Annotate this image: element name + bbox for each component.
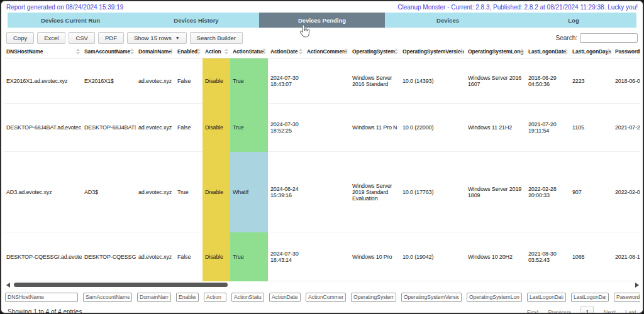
col-header-enabled[interactable]: Enabled [175, 45, 203, 58]
show-rows-dropdown[interactable]: Show 15 rows ▼ [127, 32, 187, 44]
sort-icon [344, 48, 348, 55]
topbar: Report generated on 08/24/2024 15:39:19 … [1, 1, 643, 13]
tab-devices[interactable]: Devices [385, 13, 511, 28]
tab-devices-current-run[interactable]: Devices Current Run [8, 13, 133, 28]
col-header-action[interactable]: Action [203, 45, 230, 58]
tab-log[interactable]: Log [511, 13, 636, 28]
cell-dnshostname: DESKTOP-68J4BAT.ad.evotec.xyz [4, 104, 82, 152]
cell-domainname: ad.evotec.xyz [136, 104, 175, 152]
col-header-operatingsystemversion[interactable]: OperatingSystemVersion [400, 45, 465, 58]
cell-action: Disable [203, 232, 230, 281]
filter-input-passwordlastset[interactable] [614, 293, 640, 302]
pagination-previous[interactable]: Previous [548, 308, 571, 314]
scroll-right-icon[interactable] [635, 283, 639, 288]
sort-icon [197, 48, 201, 55]
filter-input-operatingsystemlong[interactable] [467, 293, 522, 302]
pagination-next[interactable]: Next [603, 308, 616, 314]
devices-table-wrap: DNSHostName SamAccountName DomainName En… [4, 45, 640, 281]
filter-input-domainname[interactable] [137, 293, 171, 302]
scrollbar-thumb[interactable] [14, 283, 228, 287]
col-header-actioncomment[interactable]: ActionComment [304, 45, 350, 58]
cell-enabled: False [175, 104, 203, 152]
table-row[interactable]: AD3.ad.evotec.xyz AD3$ ad.evotec.xyz Tru… [4, 152, 640, 232]
cell-lastlogondate: 2021-08-30 03:52:43 [526, 232, 570, 281]
cell-lastlogondays: 907 [570, 152, 613, 232]
scroll-left-icon[interactable] [6, 283, 10, 288]
column-header-label: ActionComment [307, 48, 347, 55]
column-header-label: Action [205, 48, 221, 55]
cell-samaccountname: EX2016X1$ [82, 58, 136, 104]
cell-dnshostname: DESKTOP-CQESSGI.ad.evotec.xyz [4, 232, 82, 281]
filter-input-actionstatus[interactable] [231, 293, 264, 302]
cell-domainname: ad.evotec.xyz [136, 232, 175, 281]
scrollbar-track[interactable] [13, 283, 633, 287]
search-label: Search: [556, 35, 577, 41]
cell-action: Disable [203, 104, 230, 152]
column-header-label: DNSHostName [6, 48, 43, 55]
cell-actiondate: 2024-07-30 18:43:07 [268, 58, 304, 104]
filter-input-operatingsystem[interactable] [351, 293, 396, 302]
col-header-lastlogondays[interactable]: LastLogonDays [570, 45, 613, 58]
pdf-button[interactable]: PDF [98, 32, 124, 44]
col-header-lastlogondate[interactable]: LastLogonDate [526, 45, 570, 58]
search-area: Search: [556, 33, 638, 43]
column-header-label: OperatingSystemVersion [402, 48, 464, 55]
filter-input-lastlogondate[interactable] [527, 293, 566, 302]
cell-operatingsystemversion: 10.0 (22000) [400, 104, 465, 152]
cell-lastlogondate: 2021-07-20 19:11:54 [526, 104, 570, 152]
col-header-dnshostname[interactable]: DNSHostName [4, 45, 82, 58]
table-row[interactable]: DESKTOP-68J4BAT.ad.evotec.xyz DESKTOP-68… [4, 104, 640, 152]
devices-table: DNSHostName SamAccountName DomainName En… [4, 45, 640, 281]
table-row[interactable]: DESKTOP-CQESSGI.ad.evotec.xyz DESKTOP-CQ… [4, 232, 640, 281]
sort-icon [460, 48, 464, 55]
cell-samaccountname: AD3$ [82, 152, 136, 232]
col-header-samaccountname[interactable]: SamAccountName [82, 45, 136, 58]
col-header-passwordlastset[interactable]: PasswordLastSet [613, 45, 640, 58]
filter-input-actioncomment[interactable] [306, 293, 346, 302]
copy-button[interactable]: Copy [6, 32, 34, 44]
col-header-domainname[interactable]: DomainName [136, 45, 175, 58]
cell-samaccountname: DESKTOP-CQESSGI$ [82, 232, 136, 281]
cell-domainname: ad.evotec.xyz [136, 58, 175, 104]
col-header-actiondate[interactable]: ActionDate [268, 45, 304, 58]
cell-operatingsystemlong: Windows Server 2019 1809 [465, 152, 526, 232]
search-input[interactable] [580, 33, 638, 43]
header-row: DNSHostName SamAccountName DomainName En… [4, 45, 640, 58]
csv-button[interactable]: CSV [69, 32, 95, 44]
cell-operatingsystemlong: Windows Server 2016 1607 [465, 58, 526, 104]
pagination-first[interactable]: First [527, 308, 538, 314]
col-header-actionstatus[interactable]: ActionStatus [230, 45, 268, 58]
sort-icon [262, 48, 266, 55]
filter-input-dnshostname[interactable] [5, 293, 78, 302]
tab-devices-history[interactable]: Devices History [133, 13, 259, 28]
sort-icon [564, 48, 568, 55]
pagination-last[interactable]: Last [625, 308, 636, 314]
cell-samaccountname: DESKTOP-68J4BAT$ [82, 104, 136, 152]
toolbar: Copy Excel CSV PDF Show 15 rows ▼ Search… [6, 32, 638, 44]
sort-icon [394, 48, 398, 55]
filter-input-lastlogondays[interactable] [571, 293, 609, 302]
pagination-page-1[interactable]: 1 [580, 306, 594, 314]
cell-actiondate: 2024-07-30 18:43:14 [268, 232, 304, 281]
cell-actioncomment [304, 58, 350, 104]
cell-operatingsystemversion: 10.0 (17763) [400, 152, 465, 232]
cell-passwordlastset: 2021-07-20 19: [613, 104, 640, 152]
tab-bar: Devices Current Run Devices History Devi… [8, 13, 636, 28]
table-row[interactable]: EX2016X1.ad.evotec.xyz EX2016X1$ ad.evot… [4, 58, 640, 104]
cell-action: Disable [203, 58, 230, 104]
cell-lastlogondate: 2022-02-28 20:00:33 [526, 152, 570, 232]
filter-input-actiondate[interactable] [269, 293, 301, 302]
filter-input-action[interactable] [204, 293, 226, 302]
tab-devices-pending[interactable]: Devices Pending [259, 13, 385, 28]
sort-icon [225, 48, 228, 55]
column-header-label: OperatingSystem [352, 48, 395, 55]
excel-button[interactable]: Excel [37, 32, 65, 44]
col-header-operatingsystemlong[interactable]: OperatingSystemLong [465, 45, 526, 58]
search-builder-button[interactable]: Search Builder [190, 32, 243, 44]
report-window: Report generated on 08/24/2024 15:39:19 … [0, 0, 644, 314]
filter-input-samaccountname[interactable] [83, 293, 132, 302]
filter-input-operatingsystemversion[interactable] [401, 293, 462, 302]
filter-input-enabled[interactable] [176, 293, 199, 302]
col-header-operatingsystem[interactable]: OperatingSystem [350, 45, 400, 58]
cell-actioncomment [304, 152, 350, 232]
